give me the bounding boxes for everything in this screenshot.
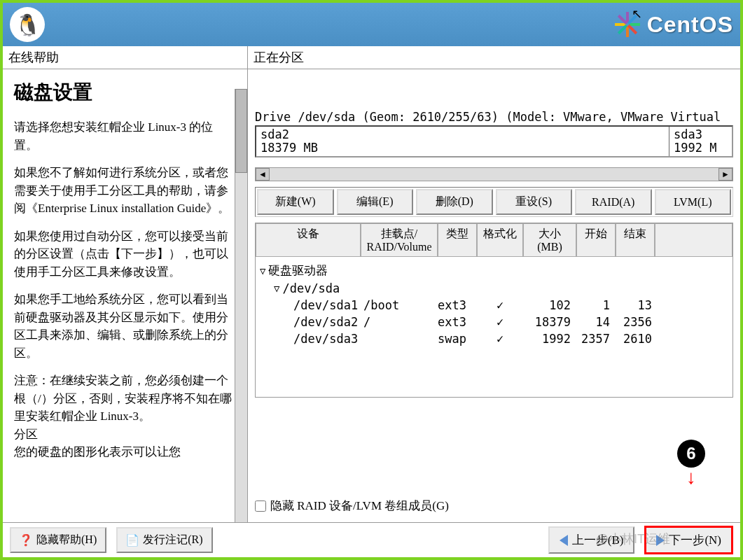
expand-icon[interactable]: ▽ bbox=[260, 265, 265, 276]
drive-segment[interactable]: sda2 18379 MB bbox=[256, 127, 669, 156]
col-format[interactable]: 格式化 bbox=[477, 223, 523, 257]
scroll-left-icon[interactable]: ◄ bbox=[256, 168, 270, 181]
edit-button[interactable]: 编辑(E) bbox=[337, 189, 414, 215]
col-type[interactable]: 类型 bbox=[438, 223, 477, 257]
header-bar: 🐧 ↖ CentOS bbox=[3, 3, 740, 46]
raid-button[interactable]: RAID(A) bbox=[575, 189, 652, 215]
release-notes-button[interactable]: 📄 发行注记(R) bbox=[116, 527, 212, 553]
col-size[interactable]: 大小 (MB) bbox=[523, 223, 576, 257]
help-icon: ❓ bbox=[20, 534, 32, 547]
hide-raid-label: 隐藏 RAID 设备/LVM 卷组成员(G) bbox=[270, 498, 449, 514]
reset-button[interactable]: 重设(S) bbox=[496, 189, 573, 215]
table-header: 设备 挂载点/ RAID/Volume 类型 格式化 大小 (MB) 开始 结束 bbox=[256, 223, 732, 257]
check-icon: ✓ bbox=[477, 298, 523, 312]
partition-panel: 正在分区 Drive /dev/sda (Geom: 2610/255/63) … bbox=[248, 46, 740, 522]
drive-visual[interactable]: sda2 18379 MB sda3 1992 M bbox=[255, 125, 733, 158]
svg-rect-1 bbox=[629, 23, 640, 26]
tree-root-row[interactable]: ▽ 硬盘驱动器 bbox=[260, 261, 728, 280]
help-panel-title: 在线帮助 bbox=[3, 46, 247, 69]
partition-table: 设备 挂载点/ RAID/Volume 类型 格式化 大小 (MB) 开始 结束… bbox=[255, 223, 733, 398]
check-icon: ✓ bbox=[477, 332, 523, 346]
svg-rect-3 bbox=[615, 23, 626, 26]
step-number: 6 bbox=[677, 440, 705, 468]
hide-help-button[interactable]: ❓ 隐藏帮助(H) bbox=[10, 527, 106, 553]
col-device[interactable]: 设备 bbox=[256, 223, 361, 257]
step-annotation: 6 ↓ bbox=[677, 440, 705, 487]
help-paragraph: 如果您手工地给系统分区，您可以看到当前硬盘驱动器及其分区显示如下。使用分区工具来… bbox=[14, 290, 236, 362]
hide-raid-checkbox[interactable] bbox=[255, 500, 266, 512]
scroll-right-icon[interactable]: ► bbox=[718, 168, 732, 181]
main-content: 在线帮助 磁盘设置 请选择您想安装红帽企业 Linux-3 的位置。 如果您不了… bbox=[3, 46, 740, 522]
col-mount[interactable]: 挂载点/ RAID/Volume bbox=[361, 223, 438, 257]
brand-text: CentOS bbox=[647, 12, 733, 38]
back-button[interactable]: 上一步(B) bbox=[548, 526, 635, 554]
arrow-down-icon: ↓ bbox=[686, 468, 696, 487]
help-paragraph: 注意：在继续安装之前，您必须创建一个根（/）分区，否则，安装程序将不知在哪里安装… bbox=[14, 372, 236, 461]
triangle-right-icon bbox=[656, 535, 665, 546]
partition-panel-title: 正在分区 bbox=[248, 46, 740, 69]
help-content[interactable]: 磁盘设置 请选择您想安装红帽企业 Linux-3 的位置。 如果您不了解如何进行… bbox=[3, 69, 247, 479]
expand-icon[interactable]: ▽ bbox=[274, 283, 279, 294]
lvm-button[interactable]: LVM(L) bbox=[655, 189, 732, 215]
delete-button[interactable]: 删除(D) bbox=[416, 189, 493, 215]
next-button[interactable]: 下一步(N) bbox=[644, 526, 733, 554]
cursor-icon: ↖ bbox=[632, 6, 642, 22]
help-panel: 在线帮助 磁盘设置 请选择您想安装红帽企业 Linux-3 的位置。 如果您不了… bbox=[3, 46, 248, 522]
col-start[interactable]: 开始 bbox=[576, 223, 616, 257]
footer-bar: ❓ 隐藏帮助(H) 📄 发行注记(R) 上一步(B) 下一步(N) bbox=[3, 522, 740, 557]
table-row[interactable]: /dev/sda2 / ext3 ✓ 18379 14 2356 bbox=[260, 314, 728, 330]
svg-rect-2 bbox=[626, 26, 629, 37]
svg-rect-5 bbox=[627, 24, 637, 34]
help-scrollbar[interactable] bbox=[235, 89, 247, 522]
notes-icon: 📄 bbox=[126, 534, 139, 547]
hide-raid-checkbox-row: 隐藏 RAID 设备/LVM 卷组成员(G) bbox=[255, 495, 733, 517]
triangle-left-icon bbox=[560, 535, 568, 546]
help-paragraph: 如果您使用过自动分区，您可以接受当前的分区设置（点击【下一步】），也可以使用手工… bbox=[14, 227, 236, 281]
table-body: ▽ 硬盘驱动器 ▽ /dev/sda /dev/sda1 /boot ext3 … bbox=[256, 257, 732, 397]
tree-drive-row[interactable]: ▽ /dev/sda bbox=[260, 280, 728, 297]
scrollbar-thumb[interactable] bbox=[235, 89, 247, 173]
col-extra bbox=[655, 223, 732, 257]
col-end[interactable]: 结束 bbox=[616, 223, 655, 257]
table-row[interactable]: /dev/sda3 swap ✓ 1992 2357 2610 bbox=[260, 330, 728, 347]
partition-toolbar: 新建(W) 编辑(E) 删除(D) 重设(S) RAID(A) LVM(L) bbox=[255, 187, 733, 217]
svg-rect-6 bbox=[618, 24, 627, 34]
drive-segment[interactable]: sda3 1992 M bbox=[669, 127, 732, 156]
tux-icon: 🐧 bbox=[10, 7, 45, 42]
new-button[interactable]: 新建(W) bbox=[257, 189, 334, 215]
horizontal-scrollbar[interactable]: ◄ ► bbox=[255, 167, 733, 181]
help-paragraph: 如果您不了解如何进行系统分区，或者您需要关于使用手工分区工具的帮助，请参阅《En… bbox=[14, 164, 236, 218]
drive-info-text: Drive /dev/sda (Geom: 2610/255/63) (Mode… bbox=[255, 110, 733, 124]
check-icon: ✓ bbox=[477, 315, 523, 329]
table-row[interactable]: /dev/sda1 /boot ext3 ✓ 102 1 13 bbox=[260, 297, 728, 314]
help-heading: 磁盘设置 bbox=[14, 78, 236, 107]
help-paragraph: 请选择您想安装红帽企业 Linux-3 的位置。 bbox=[14, 118, 236, 154]
svg-rect-7 bbox=[618, 15, 627, 24]
svg-rect-0 bbox=[626, 12, 629, 23]
